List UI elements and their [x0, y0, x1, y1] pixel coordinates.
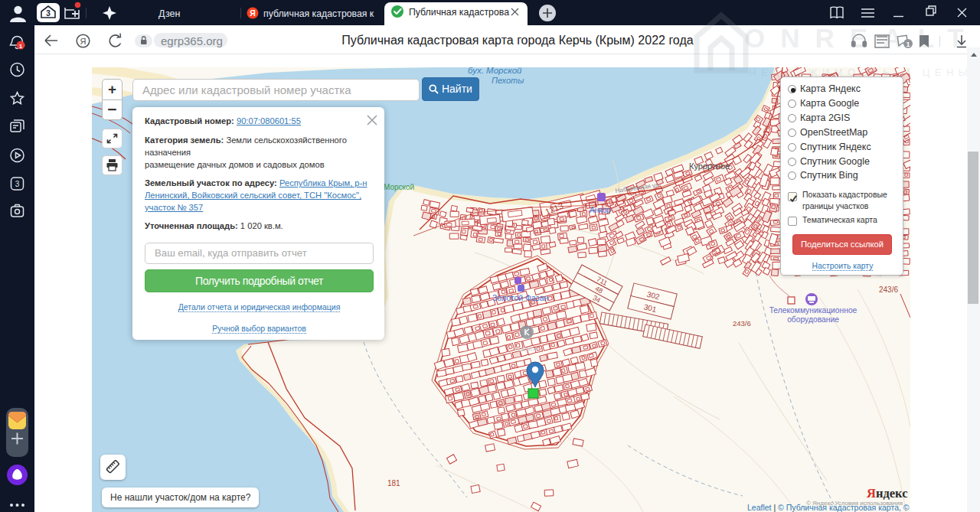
svg-text:Анкор: Анкор — [590, 206, 611, 214]
svg-text:бух. Морской: бух. Морской — [468, 67, 522, 75]
svg-text:243/6: 243/6 — [733, 319, 751, 328]
svg-text:3: 3 — [46, 9, 51, 18]
svg-text:Я: Я — [250, 8, 256, 18]
svg-text:Я: Я — [80, 37, 87, 46]
svg-text:Пехоты: Пехоты — [492, 76, 524, 85]
svg-text:Курортное: Курортное — [689, 161, 730, 171]
svg-text:НЕДВИЖИМОСТЬ И ЦЕНЫ: НЕДВИЖИМОСТЬ И ЦЕНЫ — [749, 67, 972, 78]
svg-text:ONREALT: ONREALT — [744, 23, 979, 53]
svg-text:181: 181 — [387, 479, 400, 488]
svg-text:Телекоммуникационное: Телекоммуникационное — [769, 306, 858, 315]
svg-text:оборудование: оборудование — [787, 315, 839, 324]
svg-text:публичная кадастровая к: публичная кадастровая к — [263, 8, 374, 19]
svg-text:Leaflet | © Публичная кадастро: Leaflet | © Публичная кадастровая карта,… — [747, 503, 910, 512]
svg-text:Яндекс: Яндекс — [867, 486, 908, 501]
svg-text:3: 3 — [15, 180, 20, 188]
svg-text:Дзен: Дзен — [158, 8, 180, 19]
svg-text:Космос: Космос — [514, 345, 538, 353]
svg-text:Публичная кадастрова: Публичная кадастрова — [409, 7, 509, 18]
svg-text:Золотой Фазан: Золотой Фазан — [492, 293, 548, 302]
svg-text:Морской: Морской — [384, 183, 414, 191]
svg-text:1: 1 — [19, 43, 23, 50]
svg-text:243/6: 243/6 — [879, 285, 898, 294]
